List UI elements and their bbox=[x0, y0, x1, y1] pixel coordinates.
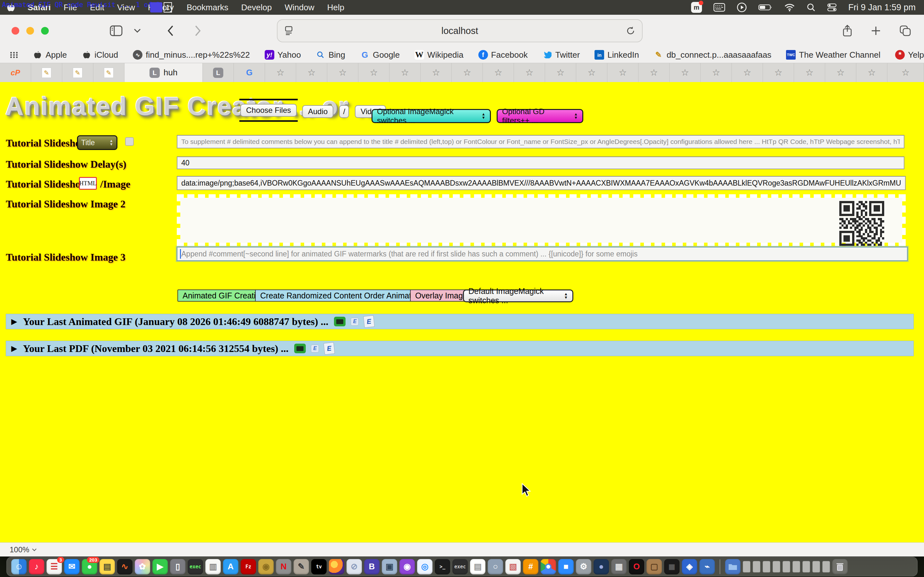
tab-2[interactable]: ✎ bbox=[62, 63, 94, 82]
chevron-down-icon[interactable] bbox=[32, 548, 37, 551]
sidebar-chevron-icon[interactable] bbox=[134, 28, 141, 33]
slash-button[interactable]: / bbox=[339, 105, 349, 118]
choose-files-button[interactable]: Choose Files bbox=[240, 104, 297, 117]
minimize-window-button[interactable] bbox=[26, 27, 34, 35]
bookmark-twitter[interactable]: Twitter bbox=[543, 50, 580, 60]
dock-icon-app-store[interactable]: A bbox=[223, 559, 238, 574]
control-center-icon[interactable] bbox=[827, 3, 837, 12]
tab-star-1[interactable]: ☆ bbox=[296, 63, 327, 82]
dock-icon-terminal-exec[interactable]: exec bbox=[188, 559, 203, 574]
menu-item-help[interactable]: Help bbox=[327, 3, 344, 13]
bookmark-yahoo[interactable]: y!Yahoo bbox=[265, 50, 301, 60]
title-select[interactable]: Title ▲▼ bbox=[77, 135, 118, 150]
bookmark-yelp[interactable]: *Yelp bbox=[895, 50, 924, 60]
dock-icon-trash[interactable] bbox=[832, 559, 848, 574]
dock-icon-notes[interactable]: ▤ bbox=[99, 559, 115, 574]
dock-minimized-window-4[interactable] bbox=[782, 561, 790, 572]
bookmark-wikipedia[interactable]: WWikipedia bbox=[415, 50, 464, 60]
imagemagick-switches-select[interactable]: Optional ImageMagick switches ... ▲▼ bbox=[372, 109, 491, 123]
dock-minimized-window-1[interactable] bbox=[753, 561, 760, 572]
bookmark-google[interactable]: GGoogle bbox=[360, 50, 400, 60]
dock-icon-chrome[interactable] bbox=[541, 559, 556, 574]
tab-overview-icon[interactable] bbox=[900, 25, 911, 36]
disclosure-triangle-icon[interactable]: ▶ bbox=[11, 344, 17, 353]
wifi-icon[interactable] bbox=[784, 3, 795, 11]
bookmark-icloud[interactable]: iCloud bbox=[82, 50, 118, 60]
tab-0[interactable]: cP bbox=[0, 63, 31, 82]
document-e-icon[interactable]: E bbox=[363, 315, 375, 327]
dock-icon-globe-app[interactable]: ● bbox=[594, 559, 609, 574]
tab-star-17[interactable]: ☆ bbox=[794, 63, 825, 82]
dock-minimized-window-5[interactable] bbox=[792, 561, 800, 572]
tab-star-6[interactable]: ☆ bbox=[452, 63, 483, 82]
tab-star-0[interactable]: ☆ bbox=[265, 63, 296, 82]
last-pdf-accordion[interactable]: ▶ Your Last PDF (November 03 2021 06:14:… bbox=[6, 341, 914, 356]
dock-icon-dark-app[interactable]: ◼ bbox=[664, 559, 680, 574]
tab-star-3[interactable]: ☆ bbox=[359, 63, 389, 82]
dock-icon-opera[interactable]: O bbox=[629, 559, 644, 574]
dock-minimized-window-7[interactable] bbox=[813, 561, 820, 572]
dock-icon-pictures[interactable]: ▧ bbox=[505, 559, 521, 574]
tab-active-huh[interactable]: Lhuh bbox=[124, 63, 203, 82]
play-circle-icon[interactable] bbox=[737, 2, 747, 13]
dock-icon-firefox[interactable] bbox=[329, 559, 344, 574]
tab-star-15[interactable]: ☆ bbox=[732, 63, 763, 82]
tab-star-8[interactable]: ☆ bbox=[514, 63, 545, 82]
document-e-icon[interactable]: E bbox=[323, 342, 335, 355]
audio-button[interactable]: Audio bbox=[302, 105, 333, 118]
tab-star-5[interactable]: ☆ bbox=[421, 63, 452, 82]
dock-icon-exec-dark[interactable]: exec bbox=[452, 559, 468, 574]
dock-minimized-window-3[interactable] bbox=[772, 561, 780, 572]
dock-icon-document[interactable]: ▤ bbox=[470, 559, 485, 574]
battery-icon[interactable] bbox=[758, 3, 772, 11]
dock-icon-screen-sharing[interactable]: ▣ bbox=[382, 559, 397, 574]
dock-icon-messages[interactable]: ●203 bbox=[82, 559, 97, 574]
menu-item-develop[interactable]: Develop bbox=[241, 3, 272, 13]
dock-icon-blocked-app[interactable]: ⊘ bbox=[347, 559, 362, 574]
tab-3[interactable]: ✎ bbox=[94, 63, 124, 82]
menu-clock[interactable]: Fri 9 Jan 1:59 pm bbox=[848, 3, 916, 13]
dock-minimized-window-8[interactable] bbox=[822, 561, 830, 572]
display-icon[interactable] bbox=[294, 343, 306, 353]
bookmark-apple[interactable]: Apple bbox=[33, 50, 67, 60]
dock-minimized-window-6[interactable] bbox=[803, 561, 810, 572]
dock-icon-mail[interactable]: ✉ bbox=[64, 559, 79, 574]
dock-icon-gray-app[interactable]: ▦ bbox=[611, 559, 627, 574]
dock-minimized-window-2[interactable] bbox=[762, 561, 771, 572]
bookmark-db-connect-p-aaasaaafaas[interactable]: ✎db_connect.p...aaasaaafaas bbox=[654, 50, 772, 60]
bookmark-apps-grid[interactable] bbox=[10, 52, 18, 58]
bookmark-the-weather-channel[interactable]: TWCThe Weather Channel bbox=[786, 50, 880, 60]
url-text[interactable]: localhost bbox=[294, 26, 626, 36]
dock-icon-iphone-mirroring[interactable]: ▯ bbox=[170, 559, 186, 574]
tab-star-4[interactable]: ☆ bbox=[389, 63, 421, 82]
bookmark-find-minus-rep-22s-22[interactable]: ∿find_minus....rep+%22s%22 bbox=[133, 50, 250, 60]
menu-item-bookmarks[interactable]: Bookmarks bbox=[187, 3, 228, 13]
page-format-icon[interactable] bbox=[284, 25, 294, 36]
bookmark-bing[interactable]: Bing bbox=[316, 50, 345, 60]
tab-star-9[interactable]: ☆ bbox=[545, 63, 576, 82]
image-data-input[interactable] bbox=[177, 176, 906, 190]
close-window-button[interactable] bbox=[11, 27, 19, 35]
dock-icon-safari[interactable]: ◎ bbox=[417, 559, 433, 574]
dock-icon-gold-app[interactable]: ◉ bbox=[258, 559, 274, 574]
dock-icon-settings[interactable]: ⚙ bbox=[576, 559, 591, 574]
dock-icon-calculator[interactable]: # bbox=[523, 559, 538, 574]
share-icon[interactable] bbox=[843, 25, 852, 37]
new-tab-icon[interactable] bbox=[871, 26, 881, 36]
forward-button[interactable] bbox=[194, 25, 202, 37]
dock-icon-bible[interactable]: B bbox=[364, 559, 380, 574]
display-icon[interactable] bbox=[334, 317, 346, 326]
dock-icon-podcasts[interactable]: ◉ bbox=[399, 559, 415, 574]
dock-icon-facetime[interactable]: ▶ bbox=[152, 559, 168, 574]
default-imagemagick-select[interactable]: Default ImageMagick switches ... ▲▼ bbox=[463, 290, 573, 302]
app-notification-icon[interactable]: m bbox=[691, 2, 702, 13]
dock-icon-photos[interactable]: ✿ bbox=[135, 559, 150, 574]
dock-icon-apple-tv[interactable]: tv bbox=[311, 559, 326, 574]
title-checkbox[interactable] bbox=[125, 137, 134, 146]
tab-star-13[interactable]: ☆ bbox=[670, 63, 701, 82]
title-supplement-input[interactable] bbox=[177, 135, 905, 148]
tab-1[interactable]: ✎ bbox=[31, 63, 62, 82]
dock-icon-blue-app[interactable]: ◈ bbox=[682, 559, 697, 574]
tab-star-7[interactable]: ☆ bbox=[483, 63, 514, 82]
tab-star-16[interactable]: ☆ bbox=[763, 63, 794, 82]
